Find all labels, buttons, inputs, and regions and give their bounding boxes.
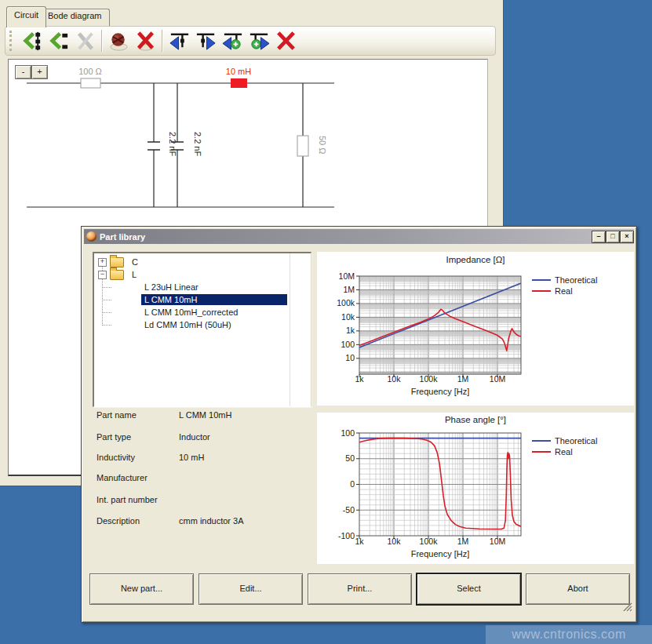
tab-bode-diagram-label: Bode diagram	[48, 11, 102, 20]
tree-item[interactable]: L 23uH Linear	[141, 281, 202, 293]
svg-text:Phase angle [°]: Phase angle [°]	[445, 415, 506, 424]
print-button[interactable]: Print...	[308, 573, 412, 605]
tree-node-l-label: L	[129, 269, 140, 280]
svg-text:Impedance [Ω]: Impedance [Ω]	[446, 255, 504, 264]
resistor-r2[interactable]	[297, 136, 308, 156]
capacitor-symbol	[148, 142, 184, 150]
tree-item-label: L CMM 10mH	[141, 294, 287, 305]
resistor-r1[interactable]	[81, 78, 100, 88]
tree-item[interactable]: Ld CMM 10mH (50uH)	[141, 318, 235, 331]
dialog-titlebar[interactable]: Part library	[84, 229, 634, 244]
tree-connector	[102, 325, 111, 326]
svg-text:Frequency [Hz]: Frequency [Hz]	[411, 549, 470, 558]
close-button[interactable]: ×	[620, 231, 634, 243]
insert-parallel-icon[interactable]	[45, 28, 71, 53]
abort-button[interactable]: Abort	[526, 573, 630, 605]
tree-node-c[interactable]: + C	[98, 256, 141, 268]
svg-text:0: 0	[350, 479, 355, 489]
delete-part-icon[interactable]	[132, 28, 158, 53]
node-right-icon[interactable]	[192, 28, 219, 53]
detail-value: L CMM 10mH	[179, 410, 383, 420]
tree-item-selected[interactable]: L CMM 10mH	[141, 293, 287, 306]
tree-connector	[102, 300, 111, 300]
impedance-chart: 10M1M100k10k1k100101k10k100k1M10MImpedan…	[317, 252, 634, 406]
detail-label: Description	[97, 516, 183, 526]
capacitor-c1-label: 2.2 nF	[168, 132, 177, 156]
svg-text:1k: 1k	[355, 537, 364, 546]
svg-text:10k: 10k	[388, 374, 402, 384]
minimize-button[interactable]: –	[592, 231, 606, 243]
svg-text:100: 100	[341, 340, 355, 349]
svg-text:10M: 10M	[339, 271, 355, 281]
resistor-r2-label: 50 Ω	[318, 136, 327, 155]
svg-text:Real: Real	[555, 447, 573, 457]
svg-text:Theoretical: Theoretical	[555, 275, 597, 285]
add-node-left-icon[interactable]	[219, 28, 246, 53]
svg-text:1k: 1k	[346, 326, 355, 335]
node-left-icon[interactable]	[166, 28, 192, 53]
tab-bode-diagram[interactable]: Bode diagram	[40, 9, 110, 26]
svg-text:Frequency [Hz]: Frequency [Hz]	[411, 387, 470, 396]
tab-strip: Circuit Bode diagram	[3, 6, 497, 24]
collapse-icon[interactable]: −	[98, 271, 107, 279]
dialog-title: Part library	[100, 232, 145, 242]
part-tree[interactable]: + C − L L 23uH Linear L CMM 10mH L CMM 1…	[93, 252, 311, 407]
svg-text:100k: 100k	[337, 298, 355, 307]
detail-value: cmm inductor 3A	[179, 516, 383, 526]
desktop: { "desktop": { "watermark_text": "www.cn…	[0, 0, 652, 644]
svg-text:Theoretical: Theoretical	[555, 436, 597, 446]
add-node-right-icon[interactable]	[246, 28, 272, 53]
expand-icon[interactable]: +	[98, 258, 107, 267]
detail-label: Inductivity	[97, 453, 183, 462]
toolbar-drag-handle[interactable]	[9, 31, 14, 51]
edit-part-icon[interactable]	[105, 28, 132, 53]
svg-text:100k: 100k	[420, 374, 439, 384]
svg-text:10k: 10k	[388, 537, 402, 546]
svg-text:10M: 10M	[490, 374, 505, 384]
folder-icon	[110, 257, 124, 267]
insert-series-icon[interactable]	[18, 28, 45, 53]
tab-circuit-label: Circuit	[14, 10, 38, 20]
tree-node-c-label: C	[129, 257, 141, 267]
watermark-text: www.cntronics.com	[512, 628, 625, 642]
maximize-button[interactable]: □	[606, 231, 620, 243]
inductor-l1[interactable]	[231, 78, 247, 88]
select-button[interactable]: Select	[417, 573, 521, 605]
detail-label: Manufacturer	[97, 473, 183, 482]
tree-node-l[interactable]: − L	[98, 268, 140, 281]
new-part-button[interactable]: New part...	[89, 573, 194, 605]
detail-label: Int. part number	[97, 495, 183, 504]
tree-connector	[102, 287, 111, 288]
svg-text:100k: 100k	[420, 537, 439, 546]
tree-item-label: L 23uH Linear	[141, 282, 202, 293]
svg-text:1M: 1M	[343, 285, 355, 294]
tab-circuit[interactable]: Circuit	[6, 6, 46, 27]
tree-item[interactable]: L CMM 10mH_corrected	[141, 306, 241, 318]
svg-text:10: 10	[345, 353, 355, 362]
capacitor-c2-label: 2.2 nF	[193, 132, 202, 156]
toolbar	[5, 26, 496, 56]
tree-connector	[102, 312, 111, 313]
svg-text:-100: -100	[338, 531, 355, 540]
svg-text:10k: 10k	[341, 312, 355, 322]
resistor-r1-label: 100 Ω	[78, 67, 102, 76]
cut-disabled-icon	[71, 28, 98, 53]
resize-grip[interactable]	[621, 600, 633, 613]
detail-label: Part name	[97, 410, 183, 420]
detail-label: Part type	[97, 432, 183, 442]
detail-value: 10 mH	[179, 453, 383, 462]
circuit-wire	[27, 83, 334, 207]
folder-icon	[110, 270, 124, 280]
tree-divider	[290, 253, 290, 406]
tree-item-label: L CMM 10mH_corrected	[141, 307, 241, 318]
dialog-icon	[86, 231, 97, 242]
delete-node-icon[interactable]	[272, 28, 299, 53]
svg-text:1M: 1M	[457, 537, 469, 546]
edit-button[interactable]: Edit...	[199, 573, 303, 605]
toolbar-separator	[162, 30, 162, 52]
circuit-diagram: 100 Ω 10 mH 2.2 nF 2.2 nF 50 Ω	[9, 60, 354, 216]
svg-text:1k: 1k	[355, 374, 364, 384]
svg-text:Real: Real	[555, 286, 573, 296]
impedance-chart-panel: 10M1M100k10k1k100101k10k100k1M10MImpedan…	[317, 252, 634, 406]
inductor-l1-label: 10 mH	[226, 67, 251, 76]
